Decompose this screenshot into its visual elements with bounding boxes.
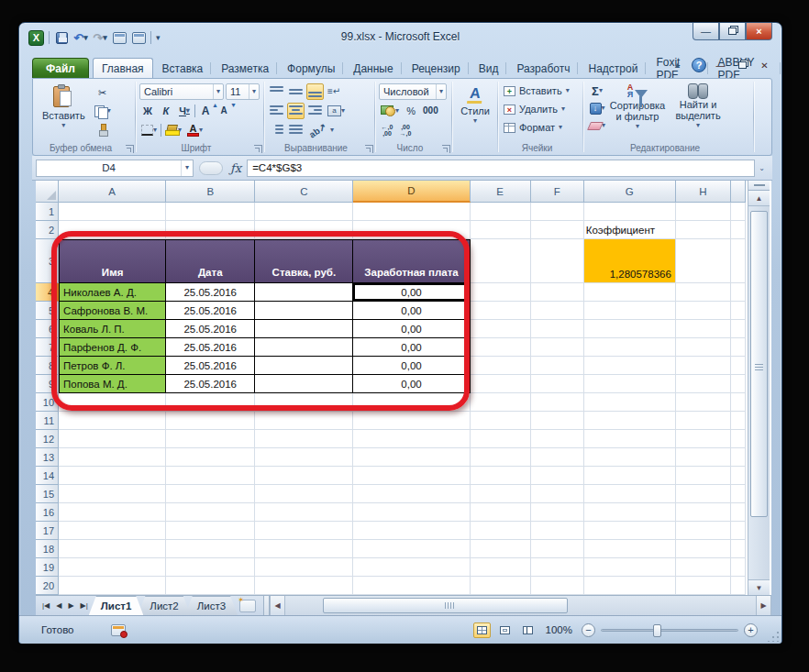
resize-grip[interactable] [768,630,780,642]
cell-B20[interactable] [166,577,255,595]
align-right-button[interactable] [306,103,324,119]
fill-color-button[interactable]: ▾ [163,122,183,138]
row-header-13[interactable]: 13 [36,448,59,467]
column-header-E[interactable]: E [471,181,531,203]
cell-F15[interactable] [531,485,584,503]
cell-C6[interactable] [255,320,353,338]
cell-G16[interactable] [584,503,676,522]
row-header-11[interactable]: 11 [36,412,59,430]
cell-H16[interactable] [676,503,731,522]
horizontal-scroll-thumb[interactable] [323,598,568,613]
delete-cells-button[interactable]: ×Удалить▾ [502,100,580,118]
cell-E12[interactable] [471,430,531,448]
workbook-restore-button[interactable] [735,59,750,72]
cell-E6[interactable] [471,320,531,338]
tab-разметка[interactable]: Разметка [212,58,278,78]
tab-надстрой[interactable]: Надстрой [579,58,647,78]
cell-G18[interactable] [584,540,676,558]
cell-F14[interactable] [531,467,584,485]
cell-F10[interactable] [531,393,584,412]
scroll-left-icon[interactable]: ◀ [270,596,285,615]
minimize-button[interactable]: — [693,23,719,40]
cell-G9[interactable] [584,375,676,393]
cell-D19[interactable] [353,558,470,577]
zoom-level[interactable]: 100% [546,624,572,635]
cell-G6[interactable] [584,320,676,338]
cell-B2[interactable] [166,221,255,239]
scroll-right-icon[interactable]: ▶ [756,596,771,615]
row-header-6[interactable]: 6 [36,320,59,338]
cell-A1[interactable] [59,203,166,221]
row-header-12[interactable]: 12 [36,430,59,448]
cell-A3[interactable]: Имя [59,239,166,283]
cell-B10[interactable] [166,393,255,412]
cell-C8[interactable] [255,357,353,375]
row-header-10[interactable]: 10 [36,393,59,412]
merge-center-button[interactable]: a▾ [326,103,347,119]
increase-decimal-button[interactable]: ←,0,00 [379,122,395,138]
cell-F3[interactable] [531,239,584,283]
row-header-7[interactable]: 7 [36,338,59,357]
cell-A5[interactable]: Сафронова В. М. [59,302,166,320]
align-center-button[interactable] [287,103,305,119]
fill-button[interactable]: ↓▾ [587,100,607,116]
tab-данные[interactable]: Данные [344,58,402,78]
decrease-indent-button[interactable] [268,122,285,138]
align-left-button[interactable] [268,103,285,119]
cell-E11[interactable] [471,412,531,430]
format-painter-button[interactable] [93,121,113,138]
cell-C2[interactable] [255,221,353,239]
cell-B17[interactable] [166,522,255,540]
page-break-view-button[interactable] [519,622,537,638]
paste-button[interactable]: Вставить▾ [37,82,91,138]
dialog-launcher-icon[interactable] [365,145,373,153]
tab-разработч[interactable]: Разработч [507,58,579,78]
cell-F17[interactable] [531,522,584,540]
help-icon[interactable]: ? [692,58,706,72]
row-header-15[interactable]: 15 [36,485,59,503]
cell-B11[interactable] [166,412,255,430]
cell-H14[interactable] [676,467,731,485]
row-header-14[interactable]: 14 [36,467,59,485]
font-size-combo[interactable]: 11▾ [226,83,260,100]
sort-filter-button[interactable]: АЯ Сортировка и фильтр▾ [607,82,668,141]
cell-A15[interactable] [59,485,166,503]
cell-C15[interactable] [255,485,353,503]
cell-C3[interactable]: Ставка, руб. [255,239,353,283]
cell-D14[interactable] [353,467,470,485]
find-select-button[interactable]: Найти и выделить▾ [668,82,728,141]
cell-D1[interactable] [353,203,470,221]
zoom-slider[interactable] [601,629,738,632]
copy-button[interactable]: ▾ [93,103,113,119]
accounting-format-button[interactable]: ▾ [379,103,401,119]
cell-C13[interactable] [255,448,353,467]
cell-B19[interactable] [166,558,255,577]
cell-B12[interactable] [166,430,255,448]
prev-sheet-button[interactable]: ◀ [53,601,64,610]
column-header-B[interactable]: B [166,181,255,203]
column-header-A[interactable]: A [59,181,166,203]
cell-A12[interactable] [59,430,166,448]
cell-G2[interactable]: Коэффициент [584,221,676,239]
sheet-tab-лист2[interactable]: Лист2 [138,596,190,615]
cell-B8[interactable]: 25.05.2016 [166,357,255,375]
cell-B7[interactable]: 25.05.2016 [166,338,255,357]
styles-button[interactable]: А Стили▾ [456,83,494,127]
cell-F16[interactable] [531,503,584,522]
cell-G12[interactable] [584,430,676,448]
name-box-dropdown-icon[interactable]: ▾ [181,160,193,176]
cell-G3[interactable]: 1,280578366 [584,239,676,283]
cell-A19[interactable] [59,558,166,577]
cell-E9[interactable] [471,375,531,393]
tab-рецензир[interactable]: Рецензир [403,58,470,78]
cell-D7[interactable]: 0,00 [353,338,470,357]
percent-button[interactable]: % [403,103,419,119]
row-header-9[interactable]: 9 [36,375,59,393]
cell-F12[interactable] [531,430,584,448]
cell-H3[interactable] [676,239,731,283]
cell-H18[interactable] [676,540,731,558]
row-header-20[interactable]: 20 [36,577,59,595]
cell-E17[interactable] [471,522,531,540]
cell-H10[interactable] [676,393,731,412]
cell-H1[interactable] [676,203,731,221]
